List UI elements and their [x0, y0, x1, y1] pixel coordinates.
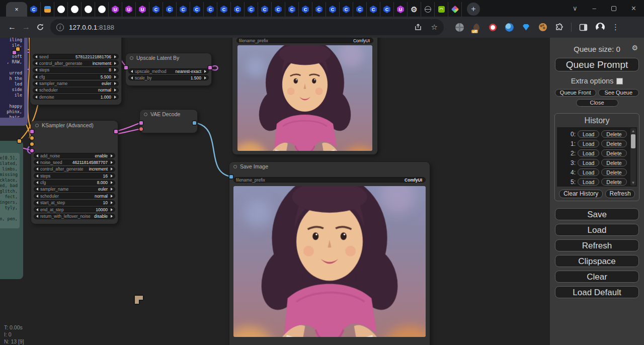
browser-tab[interactable] — [285, 2, 299, 17]
increment-arrow-icon[interactable] — [114, 89, 116, 92]
node-widget[interactable]: filename_prefix ComfyUI — [233, 177, 426, 183]
increment-arrow-icon[interactable] — [114, 82, 116, 85]
decrement-arrow-icon[interactable] — [36, 201, 38, 204]
decrement-arrow-icon[interactable] — [36, 181, 38, 184]
queue-prompt-button[interactable]: Queue Prompt — [555, 58, 639, 71]
ksampler-positive-input-dot[interactable] — [30, 136, 34, 140]
menu-action-button[interactable]: Save — [555, 208, 639, 220]
decrement-arrow-icon[interactable] — [36, 188, 38, 191]
decrement-arrow-icon[interactable] — [36, 208, 38, 211]
browser-tab[interactable] — [312, 2, 326, 17]
browser-tab[interactable] — [353, 2, 367, 17]
increment-arrow-icon[interactable] — [111, 208, 113, 211]
browser-tab[interactable] — [163, 2, 177, 17]
scroll-up-icon[interactable]: ▲ — [630, 128, 636, 134]
browser-tab[interactable] — [408, 2, 421, 17]
extra-options-checkbox[interactable] — [616, 78, 623, 84]
see-queue-button[interactable]: See Queue — [598, 89, 639, 97]
tab-search-chevron-icon[interactable]: ∨ — [573, 5, 578, 12]
browser-tab[interactable] — [109, 2, 122, 17]
increment-arrow-icon[interactable] — [111, 154, 113, 157]
node-widget[interactable]: upscale_method nearest-exact — [128, 68, 209, 74]
extensions-puzzle-icon[interactable] — [554, 23, 564, 32]
browser-tab[interactable] — [435, 2, 448, 17]
history-delete-button[interactable]: Delete — [601, 130, 626, 138]
vae-image-output-dot[interactable] — [193, 121, 196, 125]
node-widget[interactable]: sampler_name euler — [33, 81, 119, 87]
menu-action-button[interactable]: Load Default — [555, 286, 639, 298]
forward-button[interactable]: → — [19, 20, 33, 34]
side-panel-icon[interactable] — [579, 23, 588, 32]
increment-arrow-icon[interactable] — [204, 70, 206, 73]
vae-samples-input-dot[interactable] — [139, 121, 143, 125]
scroll-down-icon[interactable]: ▼ — [630, 180, 636, 186]
browser-tab[interactable] — [340, 2, 353, 17]
history-refresh-button[interactable]: Refresh — [605, 190, 635, 198]
model-output-dot[interactable] — [13, 51, 16, 54]
increment-arrow-icon[interactable] — [111, 201, 113, 204]
node-widget[interactable]: add_noise enable — [34, 153, 115, 158]
browser-tab[interactable] — [122, 2, 136, 17]
node-collapse-dot[interactable] — [35, 124, 39, 127]
browser-tab[interactable] — [299, 2, 312, 17]
increment-arrow-icon[interactable] — [114, 55, 116, 58]
browser-tab[interactable] — [177, 2, 190, 17]
browser-tab[interactable] — [367, 2, 380, 17]
corner-handle[interactable] — [135, 296, 143, 304]
decrement-arrow-icon[interactable] — [36, 154, 38, 157]
ksampler-latent-output-dot[interactable] — [114, 130, 118, 133]
bookmark-star-icon[interactable]: ☆ — [431, 23, 438, 32]
queue-front-button[interactable]: Queue Front — [555, 89, 596, 97]
node-save-image-top[interactable]: filename_prefix ComfyUI — [232, 38, 377, 154]
save-images-input-dot[interactable] — [229, 175, 233, 179]
browser-tab[interactable] — [272, 2, 285, 17]
negative-prompt-text[interactable]: ve[0.5],utilated,limbs,, missing, neckla… — [0, 153, 20, 228]
increment-arrow-icon[interactable] — [114, 68, 116, 71]
tab-close-icon[interactable]: × — [15, 6, 18, 13]
history-delete-button[interactable]: Delete — [601, 149, 626, 157]
conditioning-output-dot[interactable] — [18, 139, 21, 143]
reload-button[interactable] — [33, 20, 47, 34]
node-widget[interactable]: cfg 8.000 — [34, 180, 115, 186]
node-widget[interactable]: control_after_generate increment — [33, 60, 119, 66]
browser-tab[interactable] — [82, 2, 95, 17]
blue-gem-extension-icon[interactable] — [521, 23, 531, 32]
decrement-arrow-icon[interactable] — [131, 76, 133, 79]
history-scrollbar[interactable]: ▲ ▼ — [630, 128, 636, 186]
history-load-button[interactable]: Load — [578, 149, 599, 157]
node-widget[interactable]: denoise 1.000 — [33, 94, 119, 100]
globe-extension-icon[interactable] — [455, 23, 464, 32]
settings-gear-icon[interactable]: ⚙ — [631, 44, 638, 52]
close-window-icon[interactable]: × — [631, 4, 636, 13]
vae-vae-input-dot[interactable] — [139, 127, 143, 131]
node-collapse-dot[interactable] — [144, 113, 147, 116]
browser-tab[interactable] — [136, 2, 149, 17]
decrement-arrow-icon[interactable] — [35, 89, 37, 92]
decrement-arrow-icon[interactable] — [36, 161, 38, 164]
restore-window-icon[interactable] — [611, 6, 616, 11]
browser-tab[interactable] — [27, 2, 41, 17]
back-button[interactable]: ← — [5, 20, 19, 34]
node-negative-prompt[interactable]: ve[0.5],utilated,limbs,, missing, neckla… — [0, 141, 23, 279]
node-widget[interactable]: noise_seed 462118145887707 — [34, 159, 115, 165]
browser-tab[interactable] — [41, 2, 54, 17]
browser-tab[interactable] — [448, 2, 462, 17]
node-ksampler[interactable]: seed 578122121881706 control_after_gener… — [30, 38, 121, 105]
browser-tab[interactable] — [217, 2, 231, 17]
close-button[interactable]: Close — [576, 99, 618, 107]
history-delete-button[interactable]: Delete — [601, 178, 626, 186]
flame-off-extension-icon[interactable]: off — [471, 23, 481, 32]
node-vae-decode[interactable]: VAE Decode — [140, 110, 197, 133]
site-info-icon[interactable]: i — [56, 24, 64, 31]
node-widget[interactable]: scheduler normal — [33, 88, 119, 93]
browser-tab[interactable] — [326, 2, 340, 17]
node-save-image[interactable]: Save Image filename_prefix ComfyUI — [229, 162, 430, 345]
increment-arrow-icon[interactable] — [111, 215, 113, 218]
cookie-extension-icon[interactable] — [538, 23, 547, 32]
node-widget[interactable]: scale_by 1.500 — [128, 75, 209, 80]
minimize-icon[interactable]: – — [592, 5, 596, 12]
ksampler-negative-input-dot[interactable] — [30, 142, 34, 146]
node-ksampler-advanced[interactable]: KSampler (Advanced) add_noise enable noi… — [31, 121, 118, 224]
node-widget[interactable]: filename_prefix ComfyUI — [236, 38, 373, 43]
history-load-button[interactable]: Load — [578, 168, 599, 176]
